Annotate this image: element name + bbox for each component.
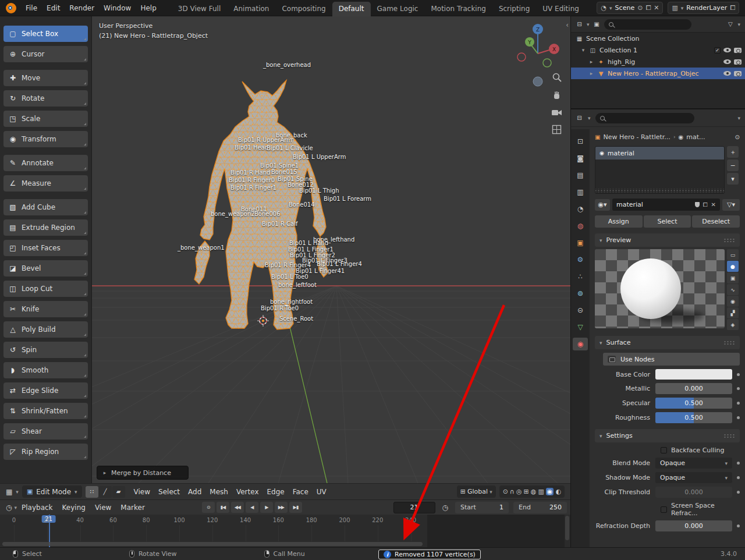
tool-knife[interactable]: ✂Knife: [3, 301, 88, 317]
viewport-3d[interactable]: _bone_overheadbone_backBip01 R UpperArmB…: [92, 16, 570, 483]
gizmo-neg-y-axis[interactable]: [543, 59, 551, 67]
roughness-slider[interactable]: 0.500: [655, 412, 732, 423]
jump-to-start-button[interactable]: ▮◀: [217, 502, 229, 513]
animate-dot-icon[interactable]: [737, 373, 740, 376]
settings-panel-header[interactable]: ▾ Settings: [595, 429, 740, 442]
tool-scale[interactable]: ◳Scale: [3, 111, 88, 127]
modifiers-tab-icon[interactable]: ⚙: [573, 253, 588, 266]
timeline-ruler[interactable]: 21 020406080100120140160180200220240: [0, 515, 570, 547]
backface-culling-checkbox[interactable]: [661, 447, 667, 453]
display-mode-icon[interactable]: ⊟: [576, 21, 583, 27]
surface-panel-header[interactable]: ▾ Surface: [595, 336, 740, 349]
animate-dot-icon[interactable]: [737, 387, 740, 390]
workspace-tab-game-logic[interactable]: Game Logic: [371, 2, 425, 16]
disable-in-renders-icon[interactable]: [734, 48, 742, 53]
tool-rip-region[interactable]: ◸Rip Region: [3, 444, 88, 460]
disable-in-renders-icon[interactable]: [734, 71, 742, 76]
shading-solid-icon[interactable]: ◉: [546, 488, 554, 495]
tool-annotate[interactable]: ✎Annotate: [3, 155, 88, 171]
new-view-layer-icon[interactable]: ⧠: [730, 4, 735, 12]
disclosure-triangle-icon[interactable]: ▾: [580, 47, 586, 53]
edge-select-mode-button[interactable]: ╱: [99, 486, 112, 498]
tool-poly-build[interactable]: △Poly Build: [3, 321, 88, 338]
vertex-select-mode-button[interactable]: ∷: [86, 486, 98, 498]
blender-logo-icon[interactable]: [6, 3, 16, 13]
slot-specials-button[interactable]: ▾: [727, 173, 739, 185]
disclosure-triangle-icon[interactable]: ▸: [588, 59, 594, 65]
panel-grip-icon[interactable]: [723, 434, 735, 438]
tool-edge-slide[interactable]: ⇄Edge Slide: [3, 382, 88, 399]
stopwatch-icon[interactable]: ◷: [440, 504, 450, 512]
timeline-editor-icon[interactable]: ◷: [3, 504, 14, 512]
outliner-item-label[interactable]: New Hero - Rattletrap_Objec: [608, 70, 721, 77]
auto-keying-toggle[interactable]: ⊙: [202, 502, 215, 513]
viewport-menu-face[interactable]: Face: [289, 484, 313, 500]
screen-space-refraction-checkbox[interactable]: [661, 506, 667, 513]
material-slot-list[interactable]: ◉ material: [595, 146, 725, 194]
tool-select-box[interactable]: ▢Select Box: [3, 26, 88, 42]
outliner-row-new-hero[interactable]: ▸ ▼ New Hero - Rattletrap_Objec: [571, 68, 745, 79]
workspace-tab-3d-view-full[interactable]: 3D View Full: [172, 2, 228, 16]
outliner-item-label[interactable]: Scene Collection: [586, 35, 742, 42]
outliner-item-label[interactable]: Collection 1: [599, 47, 711, 54]
view-layer-name[interactable]: RenderLayer: [686, 4, 727, 12]
preview-hair-icon[interactable]: ∿: [727, 284, 739, 295]
view-layer-tab-icon[interactable]: ▥: [573, 186, 588, 199]
preview-flat-icon[interactable]: ▭: [727, 249, 739, 260]
end-frame-field[interactable]: End250: [513, 502, 567, 513]
gizmo-neg-z-axis[interactable]: [533, 77, 542, 86]
object-data-tab-icon[interactable]: ▽: [573, 321, 588, 334]
workspace-tab-default[interactable]: Default: [332, 2, 371, 16]
select-button[interactable]: Select: [644, 215, 691, 228]
filter-funnel-icon[interactable]: ▽: [726, 21, 734, 27]
mode-dropdown[interactable]: ▣ Edit Mode ▾: [22, 485, 82, 498]
tool-smooth[interactable]: ◗Smooth: [3, 362, 88, 378]
sidebar-collapse-icon[interactable]: ‹: [566, 21, 569, 29]
preview-cube-icon[interactable]: ▣: [727, 272, 739, 283]
deselect-button[interactable]: Deselect: [692, 215, 740, 228]
workspace-tab-motion-tracking[interactable]: Motion Tracking: [424, 2, 492, 16]
resize-grip[interactable]: [595, 189, 724, 193]
viewport-menu-select[interactable]: Select: [154, 484, 184, 500]
tool-inset-faces[interactable]: ◰Inset Faces: [3, 240, 88, 256]
refraction-depth-field[interactable]: 0.000: [655, 520, 732, 531]
constraints-tab-icon[interactable]: ⊝: [573, 304, 588, 317]
play-button[interactable]: ▶: [260, 502, 273, 513]
viewport-menu-add[interactable]: Add: [184, 484, 205, 500]
particles-tab-icon[interactable]: ∴: [573, 270, 588, 283]
material-filter-button[interactable]: ▽▾: [722, 199, 740, 211]
show-gizmo-icon[interactable]: ⊞: [524, 488, 529, 495]
material-name-field[interactable]: material ⧠ ✕: [612, 199, 720, 211]
face-select-mode-button[interactable]: ▰: [112, 486, 125, 498]
play-reverse-button[interactable]: ◀: [246, 502, 258, 513]
unlink-material-icon[interactable]: ✕: [711, 201, 716, 208]
editor-type-icon[interactable]: ▦: [3, 488, 15, 496]
timeline-menu-playback[interactable]: Playback: [17, 500, 58, 515]
camera-view-icon[interactable]: [551, 108, 562, 117]
properties-search-input[interactable]: [608, 114, 690, 122]
timeline-menu-view[interactable]: View: [90, 500, 116, 515]
scene-name[interactable]: Scene: [615, 4, 635, 12]
zoom-icon[interactable]: [552, 72, 562, 83]
shading-material-icon[interactable]: ◐: [555, 488, 561, 495]
filter-objects-icon[interactable]: ▣: [593, 21, 601, 27]
disable-in-renders-icon[interactable]: [734, 59, 742, 65]
tool-spin[interactable]: ↺Spin: [3, 342, 88, 358]
status-report-message[interactable]: i Removed 1107 vertice(s): [378, 550, 481, 559]
workspace-tab-compositing[interactable]: Compositing: [275, 2, 332, 16]
animate-dot-icon[interactable]: [737, 491, 740, 494]
preview-cloth-icon[interactable]: ▞: [727, 307, 739, 318]
hide-in-viewport-icon[interactable]: [723, 59, 731, 64]
outliner-row-high-rig[interactable]: ▸ ✦ high_Rig: [571, 56, 745, 68]
outliner-item-label[interactable]: high_Rig: [608, 58, 721, 66]
start-frame-field[interactable]: Start1: [455, 502, 509, 513]
next-keyframe-button[interactable]: ▶▶: [275, 502, 288, 513]
blend-mode-dropdown[interactable]: Opaque▾: [655, 458, 732, 469]
overlays-icon[interactable]: ◍: [531, 488, 537, 495]
specular-slider[interactable]: 0.500: [655, 398, 732, 409]
add-slot-button[interactable]: ＋: [727, 146, 739, 158]
tool-shear[interactable]: ▱Shear: [3, 423, 88, 440]
physics-tab-icon[interactable]: ⊚: [573, 287, 588, 300]
new-material-icon[interactable]: ⧠: [703, 201, 708, 208]
timeline-menu-keying[interactable]: Keying: [58, 500, 90, 515]
